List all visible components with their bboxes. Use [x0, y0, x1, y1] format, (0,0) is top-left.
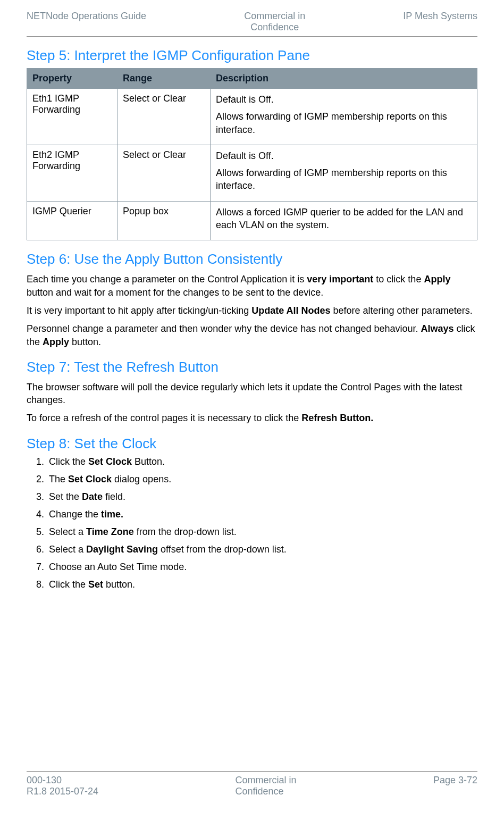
list-item: Select a Daylight Saving offset from the… [47, 544, 477, 555]
step6-paragraph-3: Personnel change a parameter and then wo… [27, 322, 477, 348]
header-center-line1: Commercial in [244, 11, 305, 21]
step6-heading: Step 6: Use the Apply Button Consistentl… [27, 251, 477, 267]
step8-list: Click the Set Clock Button. The Set Cloc… [27, 456, 477, 590]
cell-description: Default is Off. Allows forwarding of IGM… [211, 89, 477, 145]
cell-range: Select or Clear [117, 89, 211, 145]
footer-left-line1: 000-130 [27, 775, 62, 785]
text: The [49, 474, 68, 484]
text: button. [69, 337, 101, 347]
list-item: Click the Set button. [47, 579, 477, 590]
bold-text: Daylight Saving [86, 544, 158, 555]
bold-text: Date [82, 491, 103, 502]
text: to click the [373, 274, 424, 284]
bold-text: time. [101, 509, 123, 520]
col-range: Range [117, 69, 211, 89]
desc-line: Allows forwarding of IGMP membership rep… [216, 166, 472, 192]
bold-text: Time Zone [86, 526, 134, 537]
cell-property: Eth2 IGMP Forwarding [27, 145, 117, 201]
text: Change the [49, 509, 101, 520]
desc-line: Allows forwarding of IGMP membership rep… [216, 110, 472, 136]
text: Select a [49, 544, 86, 555]
header-rule [27, 36, 477, 37]
page-header: NETNode Operations Guide Commercial in C… [27, 11, 477, 33]
text: Button. [132, 456, 165, 467]
text: offset from the drop-down list. [158, 544, 287, 555]
list-item: Choose an Auto Set Time mode. [47, 562, 477, 573]
footer-rule [27, 771, 477, 772]
text: before altering other parameters. [331, 305, 473, 316]
igmp-config-table: Property Range Description Eth1 IGMP For… [27, 68, 477, 240]
col-description: Description [211, 69, 477, 89]
bold-text: Refresh Button. [301, 413, 373, 423]
table-row: Eth1 IGMP Forwarding Select or Clear Def… [27, 89, 477, 145]
text: button. [103, 579, 135, 590]
step5-heading: Step 5: Interpret the IGMP Configuration… [27, 47, 477, 64]
cell-description: Allows a forced IGMP querier to be added… [211, 201, 477, 240]
table-header-row: Property Range Description [27, 69, 477, 89]
step6-paragraph-1: Each time you change a parameter on the … [27, 273, 477, 299]
footer-center-line2: Confidence [236, 786, 284, 797]
text: button and wait for a moment for the cha… [27, 287, 323, 298]
table-row: Eth2 IGMP Forwarding Select or Clear Def… [27, 145, 477, 201]
footer-right: Page 3-72 [433, 775, 477, 797]
text: To force a refresh of the control pages … [27, 413, 301, 423]
footer-center-line1: Commercial in [236, 775, 297, 785]
cell-range: Popup box [117, 201, 211, 240]
list-item: Click the Set Clock Button. [47, 456, 477, 467]
step8-heading: Step 8: Set the Clock [27, 436, 477, 452]
list-item: Set the Date field. [47, 491, 477, 503]
desc-line: Default is Off. [216, 93, 472, 106]
cell-property: Eth1 IGMP Forwarding [27, 89, 117, 145]
bold-text: very important [307, 274, 373, 284]
text: from the drop-down list. [134, 526, 237, 537]
footer-left-line2: R1.8 2015-07-24 [27, 786, 98, 797]
text: It is very important to hit apply after … [27, 305, 251, 316]
list-item: Select a Time Zone from the drop-down li… [47, 526, 477, 538]
cell-description: Default is Off. Allows forwarding of IGM… [211, 145, 477, 201]
desc-line: Default is Off. [216, 149, 472, 162]
text: Click the [49, 456, 88, 467]
table-row: IGMP Querier Popup box Allows a forced I… [27, 201, 477, 240]
header-center: Commercial in Confidence [244, 11, 305, 33]
text: field. [103, 491, 125, 502]
list-item: The Set Clock dialog opens. [47, 474, 477, 485]
step7-paragraph-1: The browser software will poll the devic… [27, 381, 477, 407]
step7-paragraph-2: To force a refresh of the control pages … [27, 412, 477, 424]
bold-text: Always [421, 323, 454, 334]
text: Personnel change a parameter and then wo… [27, 323, 421, 334]
text: dialog opens. [112, 474, 171, 484]
bold-text: Apply [43, 337, 69, 347]
cell-range: Select or Clear [117, 145, 211, 201]
header-left: NETNode Operations Guide [27, 11, 146, 33]
desc-line: Allows a forced IGMP querier to be added… [216, 206, 472, 232]
text: Select a [49, 526, 86, 537]
bold-text: Update All Nodes [251, 305, 330, 316]
step7-heading: Step 7: Test the Refresh Button [27, 359, 477, 375]
header-right: IP Mesh Systems [403, 11, 477, 33]
text: Set the [49, 491, 82, 502]
bold-text: Set Clock [68, 474, 112, 484]
text: Click the [49, 579, 88, 590]
cell-property: IGMP Querier [27, 201, 117, 240]
footer-center: Commercial in Confidence [236, 775, 297, 797]
bold-text: Set [88, 579, 103, 590]
bold-text: Apply [424, 274, 450, 284]
col-property: Property [27, 69, 117, 89]
text: Each time you change a parameter on the … [27, 274, 307, 284]
page-footer: 000-130 R1.8 2015-07-24 Commercial in Co… [27, 775, 477, 797]
list-item: Change the time. [47, 509, 477, 520]
step6-paragraph-2: It is very important to hit apply after … [27, 304, 477, 317]
header-center-line2: Confidence [250, 22, 299, 32]
footer-left: 000-130 R1.8 2015-07-24 [27, 775, 98, 797]
bold-text: Set Clock [88, 456, 132, 467]
text: Choose an Auto Set Time mode. [49, 562, 187, 572]
